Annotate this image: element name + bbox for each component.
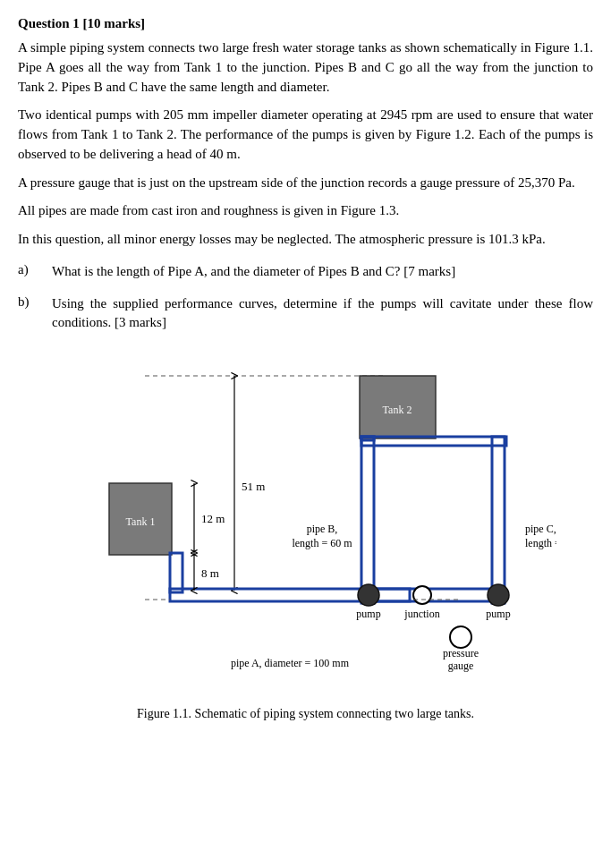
- svg-rect-12: [361, 437, 506, 446]
- svg-point-19: [488, 584, 509, 606]
- svg-rect-10: [492, 437, 505, 603]
- sub-a-text: What is the length of Pipe A, and the di…: [52, 262, 455, 282]
- sub-b-label: b): [18, 294, 52, 310]
- sub-question-a: a) What is the length of Pipe A, and the…: [18, 262, 593, 282]
- sub-a-label: a): [18, 262, 52, 277]
- svg-text:12 m: 12 m: [201, 512, 225, 525]
- svg-text:Tank 2: Tank 2: [382, 404, 412, 416]
- svg-text:pipe A, diameter = 100 mm: pipe A, diameter = 100 mm: [230, 657, 349, 669]
- question-title: Question 1 [10 marks]: [18, 16, 593, 31]
- svg-text:length = 60 m: length = 60 m: [525, 537, 556, 549]
- svg-text:pump: pump: [486, 608, 510, 620]
- paragraph-3: A pressure gauge that is just on the ups…: [18, 174, 593, 193]
- svg-rect-9: [361, 437, 374, 603]
- svg-text:pipe B,: pipe B,: [306, 523, 337, 535]
- svg-text:length = 60 m: length = 60 m: [292, 537, 352, 549]
- svg-text:pipe C,: pipe C,: [525, 523, 556, 535]
- svg-text:pressure: pressure: [443, 647, 479, 660]
- figure-container: 51 m Tank 1 Tank 2 12 m 8 m: [18, 349, 593, 721]
- paragraph-2: Two identical pumps with 205 mm impeller…: [18, 106, 593, 164]
- sub-b-text: Using the supplied performance curves, d…: [52, 294, 593, 334]
- svg-point-21: [450, 626, 471, 648]
- paragraph-1: A simple piping system connects two larg…: [18, 38, 593, 97]
- svg-rect-7: [170, 553, 182, 592]
- svg-text:8 m: 8 m: [201, 566, 219, 580]
- svg-text:junction: junction: [403, 608, 439, 620]
- figure-diagram: 51 m Tank 1 Tank 2 12 m 8 m: [55, 349, 556, 698]
- paragraph-5: In this question, all minor energy losse…: [18, 230, 593, 250]
- paragraph-4: All pipes are made from cast iron and ro…: [18, 201, 593, 221]
- sub-question-b: b) Using the supplied performance curves…: [18, 294, 593, 334]
- svg-text:51 m: 51 m: [242, 480, 265, 493]
- svg-text:gauge: gauge: [447, 660, 473, 672]
- svg-text:Tank 1: Tank 1: [125, 515, 155, 528]
- svg-text:pump: pump: [356, 608, 380, 620]
- svg-point-20: [413, 586, 431, 604]
- figure-caption: Figure 1.1. Schematic of piping system c…: [137, 707, 474, 721]
- svg-point-18: [358, 584, 379, 606]
